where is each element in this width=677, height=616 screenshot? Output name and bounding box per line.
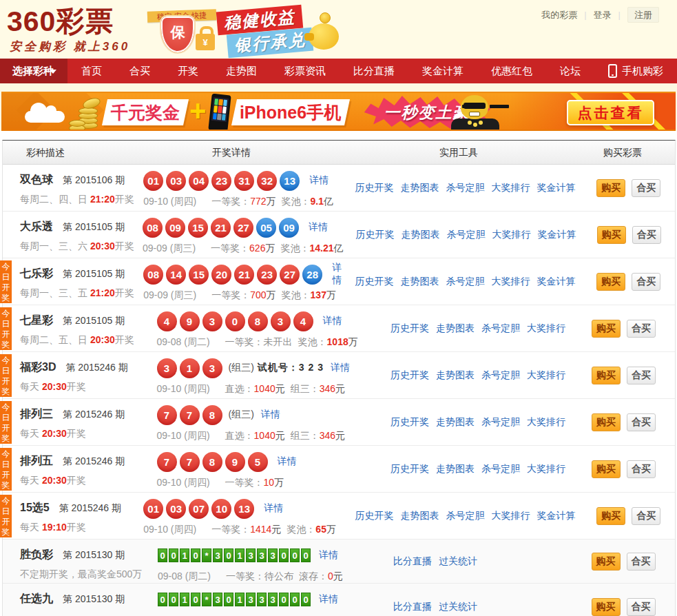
tool-link[interactable]: 比分直播 xyxy=(393,555,432,568)
tool-link[interactable]: 历史开奖 xyxy=(355,510,394,522)
buy-button[interactable]: 购买 xyxy=(592,320,621,338)
groupbuy-button[interactable]: 合买 xyxy=(632,226,661,244)
groupbuy-button[interactable]: 合买 xyxy=(627,598,656,616)
tool-link[interactable]: 历史开奖 xyxy=(390,322,429,335)
lottery-name-link[interactable]: 15选5 xyxy=(20,502,50,513)
detail-link[interactable]: 详情 xyxy=(319,549,338,562)
tool-link[interactable]: 杀号定胆 xyxy=(446,276,485,288)
tool-link[interactable]: 大奖排行 xyxy=(492,182,530,194)
tool-link[interactable]: 走势图表 xyxy=(436,416,475,429)
tool-link[interactable]: 历史开奖 xyxy=(355,276,394,288)
tool-link[interactable]: 奖金计算 xyxy=(537,276,576,288)
tool-link[interactable]: 大奖排行 xyxy=(527,322,565,335)
detail-link[interactable]: 详情 xyxy=(323,315,342,327)
lottery-name-link[interactable]: 任选九 xyxy=(20,593,53,604)
detail-link[interactable]: 详情 xyxy=(278,455,297,468)
tool-link[interactable]: 历史开奖 xyxy=(390,416,429,429)
buy-button[interactable]: 购买 xyxy=(592,598,621,616)
lottery-name-link[interactable]: 排列三 xyxy=(20,408,53,420)
tool-link[interactable]: 杀号定胆 xyxy=(481,322,520,335)
tool-link[interactable]: 大奖排行 xyxy=(527,369,565,382)
nav-item-prize-calc[interactable]: 奖金计算 xyxy=(408,59,477,83)
tool-link[interactable]: 过关统计 xyxy=(439,601,477,613)
lottery-name-link[interactable]: 双色球 xyxy=(20,174,53,185)
tool-link[interactable]: 奖金计算 xyxy=(537,229,576,241)
groupbuy-button[interactable]: 合买 xyxy=(627,460,656,478)
buy-button[interactable]: 购买 xyxy=(596,179,625,197)
tool-link[interactable]: 比分直播 xyxy=(393,601,432,613)
tool-link[interactable]: 历史开奖 xyxy=(390,369,429,382)
buy-button[interactable]: 购买 xyxy=(592,460,621,478)
nav-item-groupbuy[interactable]: 合买 xyxy=(116,59,164,83)
detail-link[interactable]: 详情 xyxy=(331,362,350,374)
tool-link[interactable]: 杀号定胆 xyxy=(446,182,485,194)
banner-cta-button[interactable]: 点击查看 xyxy=(567,100,654,125)
tool-link[interactable]: 历史开奖 xyxy=(355,229,394,241)
tool-link[interactable]: 大奖排行 xyxy=(527,463,565,475)
tool-link[interactable]: 过关统计 xyxy=(439,555,477,568)
tool-link[interactable]: 历史开奖 xyxy=(355,182,394,194)
groupbuy-button[interactable]: 合买 xyxy=(632,507,660,525)
groupbuy-button[interactable]: 合买 xyxy=(627,367,656,384)
tool-link[interactable]: 走势图表 xyxy=(436,369,475,382)
nav-item-forum[interactable]: 论坛 xyxy=(546,59,594,83)
lottery-name-link[interactable]: 大乐透 xyxy=(20,220,53,232)
tool-link[interactable]: 杀号定胆 xyxy=(481,463,520,475)
buy-button[interactable]: 购买 xyxy=(596,507,625,525)
buy-button[interactable]: 购买 xyxy=(592,413,621,431)
detail-link[interactable]: 详情 xyxy=(264,502,283,515)
detail-link[interactable]: 详情 xyxy=(309,174,329,187)
groupbuy-button[interactable]: 合买 xyxy=(632,179,660,197)
tool-link[interactable]: 大奖排行 xyxy=(527,416,565,429)
login-link[interactable]: 登录 xyxy=(594,10,612,20)
lottery-select-dropdown[interactable]: 选择彩种 xyxy=(0,59,67,83)
detail-link[interactable]: 详情 xyxy=(332,262,348,287)
nav-item-mobile[interactable]: 手机购彩 xyxy=(594,59,677,83)
tool-link[interactable]: 走势图表 xyxy=(401,510,439,522)
buy-button[interactable]: 购买 xyxy=(597,226,626,244)
lottery-name-link[interactable]: 福彩3D xyxy=(20,361,56,373)
groupbuy-button[interactable]: 合买 xyxy=(627,320,656,338)
nav-item-trends[interactable]: 走势图 xyxy=(212,59,271,83)
tool-link[interactable]: 走势图表 xyxy=(436,463,475,475)
nav-item-home[interactable]: 首页 xyxy=(67,59,116,83)
lottery-name-link[interactable]: 七乐彩 xyxy=(20,267,53,279)
tool-link[interactable]: 大奖排行 xyxy=(492,276,530,288)
nav-item-livescore[interactable]: 比分直播 xyxy=(340,59,408,83)
lottery-name-link[interactable]: 排列五 xyxy=(20,455,53,466)
register-link[interactable]: 注册 xyxy=(627,7,659,23)
detail-link[interactable]: 详情 xyxy=(261,409,280,421)
groupbuy-button[interactable]: 合买 xyxy=(627,553,656,571)
tool-link[interactable]: 走势图表 xyxy=(436,322,475,335)
buy-button[interactable]: 购买 xyxy=(592,553,621,571)
groupbuy-button[interactable]: 合买 xyxy=(632,273,660,291)
lottery-name-link[interactable]: 七星彩 xyxy=(20,314,53,326)
tool-link[interactable]: 杀号定胆 xyxy=(481,416,520,429)
green-number-box: 0 xyxy=(279,593,289,606)
nav-item-news[interactable]: 彩票资讯 xyxy=(271,59,340,83)
tool-link[interactable]: 走势图表 xyxy=(401,276,439,288)
buy-button[interactable]: 购买 xyxy=(592,367,621,384)
red-ball: 7 xyxy=(157,405,177,425)
prize-value: 700 xyxy=(250,289,266,300)
tool-link[interactable]: 大奖排行 xyxy=(492,229,530,241)
tool-link[interactable]: 杀号定胆 xyxy=(446,510,485,522)
tool-link[interactable]: 杀号定胆 xyxy=(481,369,520,382)
logo[interactable]: 360彩票 xyxy=(7,3,114,41)
buy-button[interactable]: 购买 xyxy=(596,273,625,291)
detail-link[interactable]: 详情 xyxy=(309,221,328,234)
groupbuy-button[interactable]: 合买 xyxy=(627,413,656,431)
tool-link[interactable]: 历史开奖 xyxy=(390,463,429,475)
tool-link[interactable]: 大奖排行 xyxy=(492,510,530,522)
tool-link[interactable]: 奖金计算 xyxy=(537,510,576,522)
tool-link[interactable]: 走势图表 xyxy=(401,182,439,194)
nav-item-coupons[interactable]: 优惠红包 xyxy=(477,59,546,83)
lottery-name-link[interactable]: 胜负彩 xyxy=(20,548,53,560)
tool-link[interactable]: 杀号定胆 xyxy=(446,229,485,241)
nav-item-draws[interactable]: 开奖 xyxy=(164,59,212,83)
tool-link[interactable]: 奖金计算 xyxy=(537,182,576,194)
tool-link[interactable]: 走势图表 xyxy=(401,229,439,241)
my-lottery-link[interactable]: 我的彩票 xyxy=(541,10,577,20)
promo-banner[interactable]: 千元奖金 + iPhone6手机 一秒变土豪 点击查看 xyxy=(1,92,676,131)
detail-link[interactable]: 详情 xyxy=(319,593,338,606)
